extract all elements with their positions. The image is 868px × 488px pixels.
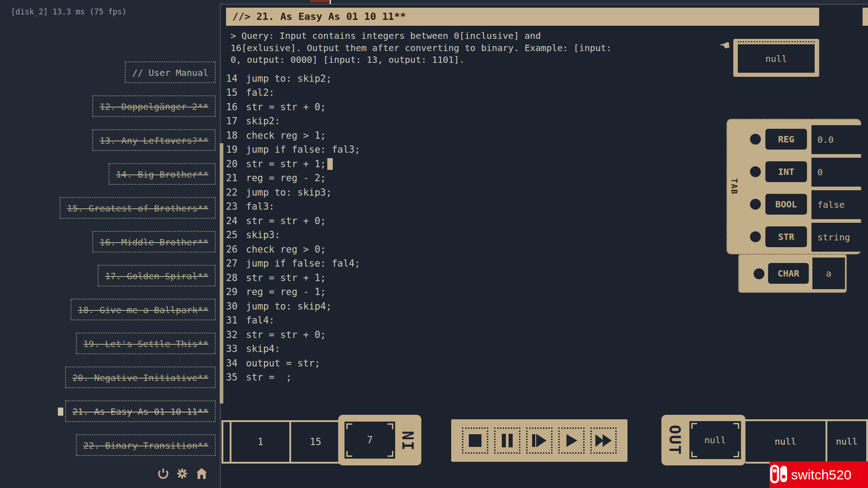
type-watch-panel: TAB REG 0.0 INT 0 BOOL false STR string	[726, 119, 861, 254]
code-line: 18check reg > 1;	[226, 128, 360, 143]
watch-value-reg: 0.0	[811, 125, 862, 154]
step-button[interactable]	[526, 427, 552, 454]
return-value-slot[interactable]: null	[733, 39, 819, 77]
watch-row-bool: BOOL false	[727, 188, 860, 221]
code-line: 22jump to: skip3;	[226, 185, 360, 200]
radio-bullet[interactable]	[750, 199, 761, 210]
step-icon	[531, 433, 547, 448]
input-queue-cell: 15	[289, 422, 340, 462]
current-level-marker	[58, 408, 63, 416]
watermark-banner: switch520	[769, 461, 868, 488]
watch-value-str: string	[811, 223, 862, 252]
code-line: 16str = str + 0;	[226, 100, 360, 114]
sidebar-item-level-18[interactable]: 18. Give me a Ballpark**	[71, 299, 216, 320]
input-current-value: 7	[367, 435, 373, 446]
type-tab-char[interactable]: CHAR	[768, 263, 809, 284]
home-icon[interactable]	[195, 467, 208, 480]
radio-bullet[interactable]	[754, 268, 764, 279]
top-red-tab	[310, 0, 329, 2]
sidebar-item-level-12[interactable]: 12. Doppelgänger 2**	[92, 95, 216, 117]
radio-bullet[interactable]	[750, 231, 761, 242]
input-current-slot: 7	[344, 422, 395, 459]
code-line: 27jump if false: fal4;	[226, 257, 360, 271]
watch-value-bool: false	[811, 190, 862, 219]
radio-bullet[interactable]	[750, 166, 761, 177]
game-screen: [disk_2] 13.3 ms (75 fps) // User Manual…	[0, 0, 868, 488]
play-button[interactable]	[558, 427, 585, 454]
sidebar-item-level-17[interactable]: 17. Golden Spiral**	[98, 265, 216, 286]
watch-row-reg: REG 0.0	[727, 123, 860, 156]
code-line: 35str = ;	[226, 371, 360, 385]
sidebar-item-level-13[interactable]: 13. Any Leftovers?**	[92, 129, 216, 151]
watermark-text: switch520	[791, 467, 851, 483]
watch-row-char: CHAR a	[738, 254, 847, 293]
sidebar-item-level-22[interactable]: 22. Binary Transition**	[76, 434, 216, 456]
fast-forward-icon	[594, 433, 613, 448]
type-tab-str[interactable]: STR	[765, 226, 807, 247]
output-queue-cell: null	[745, 421, 826, 462]
level-sidebar: [disk_2] 13.3 ms (75 fps) // User Manual…	[0, 0, 220, 488]
play-icon	[564, 433, 579, 448]
joycon-logo-icon	[769, 464, 789, 486]
return-value: null	[738, 44, 815, 73]
input-queue-spacer	[222, 422, 230, 462]
watch-value-int: 0	[811, 158, 862, 187]
sidebar-item-level-19[interactable]: 19. Let's Settle This**	[76, 333, 216, 354]
radio-bullet[interactable]	[750, 134, 761, 145]
level-title: //> 21. As Easy As 01 10 11**	[232, 11, 406, 22]
text-caret	[327, 158, 333, 170]
sidebar-item-level-20[interactable]: 20. Negative Initiative**	[65, 366, 216, 388]
output-queue: null null	[745, 419, 868, 464]
code-line: 14jump to: skip2;	[226, 71, 360, 86]
watch-value-char: a	[812, 258, 845, 289]
code-line: 23fal3:	[226, 200, 360, 214]
code-line: 30jump to: skip4;	[226, 299, 360, 314]
pause-button[interactable]	[494, 427, 520, 454]
sidebar-item-level-21[interactable]: 21. As Easy As 01 10 11**	[65, 400, 216, 422]
output-module-label: OUT	[662, 415, 688, 465]
stop-button[interactable]	[462, 427, 488, 454]
code-line: 25skip3:	[226, 228, 360, 243]
watch-row-int: INT 0	[727, 156, 860, 188]
sidebar-item-level-16[interactable]: 16. Middle Brother**	[92, 231, 216, 253]
level-title-bar: //> 21. As Easy As 01 10 11**	[226, 8, 819, 26]
code-line: 33skip4:	[226, 342, 360, 357]
query-description: > Query: Input contains integers between…	[231, 30, 760, 66]
input-queue-cell: 1	[230, 422, 289, 462]
settings-gear-icon[interactable]	[176, 468, 188, 479]
stop-icon	[467, 433, 483, 448]
output-current-slot: null	[689, 421, 741, 459]
pause-icon	[500, 433, 515, 448]
type-tab-bool[interactable]: BOOL	[765, 194, 807, 215]
input-module-label: IN	[398, 415, 419, 465]
title-bar-cap	[863, 8, 868, 26]
code-line-with-caret: 20str = str + 1;	[226, 157, 360, 171]
code-line: 15fal2:	[226, 86, 360, 100]
code-editor[interactable]: 14jump to: skip2; 15fal2: 16str = str + …	[226, 71, 360, 385]
sidebar-item-user-manual[interactable]: // User Manual	[125, 61, 216, 83]
level-list: // User Manual 12. Doppelgänger 2** 13. …	[0, 61, 216, 456]
code-line: 19jump if false: fal3;	[226, 143, 360, 157]
output-current-value: null	[704, 435, 726, 446]
performance-readout: [disk_2] 13.3 ms (75 fps)	[11, 7, 127, 16]
watch-row-str: STR string	[727, 221, 860, 253]
code-line: 29reg = reg - 1;	[226, 285, 360, 300]
code-line: 21reg = reg - 2;	[226, 171, 360, 186]
system-menu	[157, 467, 208, 480]
sidebar-item-level-15[interactable]: 15. Greatest of Brothers**	[60, 197, 216, 219]
code-line: 24str = str + 0;	[226, 214, 360, 228]
code-line: 32str = str + 0;	[226, 328, 360, 342]
code-line: 28str = str + 1;	[226, 271, 360, 285]
playback-controls	[451, 419, 627, 462]
power-icon[interactable]	[157, 468, 169, 479]
type-tab-int[interactable]: INT	[765, 161, 807, 182]
type-tab-reg[interactable]: REG	[765, 129, 807, 150]
output-module: OUT null	[661, 415, 745, 465]
output-queue-cell: null	[826, 421, 868, 462]
editor-scrollbar[interactable]	[220, 143, 223, 404]
input-module: 7 IN	[338, 415, 421, 465]
sidebar-item-level-14[interactable]: 14. Big Brother**	[108, 163, 216, 185]
top-tick-mark	[330, 0, 331, 4]
code-line: 34output = str;	[226, 356, 360, 371]
fast-forward-button[interactable]	[590, 427, 617, 454]
